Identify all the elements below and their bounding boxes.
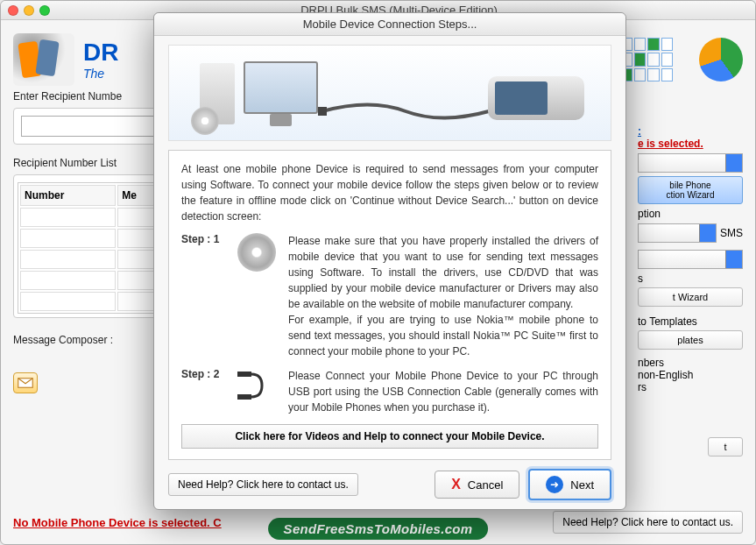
next-button[interactable]: ➜ Next [528, 469, 611, 500]
logo-phones-icon [13, 33, 74, 86]
zoom-window-icon[interactable] [39, 5, 50, 16]
recipient-table: NumberMe [18, 182, 166, 314]
right-panel: : e is selected. bile Phone ction Wizard… [638, 125, 743, 459]
step-1-example: For example, if you are trying to use No… [288, 314, 598, 357]
table-row[interactable] [20, 208, 164, 227]
step-2-label: Step : 2 [181, 368, 225, 415]
step-2-text: Please Connect your Mobile Phone Device … [288, 368, 598, 415]
option-select-2[interactable] [638, 250, 743, 269]
usb-connector-icon [236, 368, 278, 415]
logo-text: DR [83, 39, 118, 67]
cancel-button[interactable]: X Cancel [435, 471, 519, 499]
device-link[interactable]: : [638, 125, 641, 138]
envelope-icon [18, 377, 33, 389]
mobile-phone-icon [488, 76, 584, 120]
contact-us-button[interactable]: Need Help? Click here to contact us. [168, 473, 358, 496]
next-arrow-icon: ➜ [546, 476, 563, 493]
svg-rect-2 [237, 372, 251, 377]
instructions-panel: At least one mobile phone Device is requ… [168, 150, 611, 460]
cd-dvd-icon [237, 233, 276, 272]
table-row[interactable] [20, 271, 164, 290]
watermark: SendFreeSmsToMobiles.com [268, 518, 489, 540]
step-1: Step : 1 Please make sure that you have … [181, 233, 598, 359]
table-row[interactable] [20, 250, 164, 269]
recipient-list-label: Recipient Number List [13, 157, 171, 169]
usb-cable-icon [318, 94, 493, 129]
cd-icon [191, 107, 219, 135]
connection-wizard-button[interactable]: bile Phone ction Wizard [638, 176, 743, 204]
compose-button[interactable] [13, 372, 38, 393]
col-number[interactable]: Number [20, 185, 116, 206]
wizard-button[interactable]: t Wizard [638, 287, 743, 307]
device-selected-text: e is selected. [638, 138, 743, 150]
svg-rect-3 [237, 394, 251, 400]
step-2: Step : 2 Please Connect your Mobile Phon… [181, 368, 598, 415]
option-label: ption [638, 208, 743, 220]
composer-label: Message Composer : [13, 334, 171, 346]
video-help-button[interactable]: Click here for Videos and Help to connec… [181, 424, 598, 449]
next-label: Next [570, 478, 594, 492]
s-label: s [638, 272, 743, 285]
window-controls [8, 5, 50, 16]
sms-label: SMS [720, 227, 743, 239]
table-row[interactable] [20, 292, 164, 311]
templates-button[interactable]: plates [638, 330, 743, 350]
connection-steps-dialog: Mobile Device Connection Steps... At lea… [153, 12, 626, 510]
help-button-main[interactable]: Need Help? Click here to contact us. [553, 511, 743, 534]
numbers-label: nbers [638, 357, 743, 369]
recipient-number-label: Enter Recipient Numbe [13, 90, 171, 103]
intro-text: At least one mobile phone Device is requ… [181, 161, 598, 224]
status-text[interactable]: No Mobile Phone Device is selected. C [13, 516, 222, 529]
close-window-icon[interactable] [8, 5, 18, 16]
t-button[interactable]: t [708, 437, 743, 457]
dialog-footer: Need Help? Click here to contact us. X C… [168, 460, 611, 500]
table-row[interactable] [20, 229, 164, 248]
option-select-1[interactable] [638, 223, 717, 243]
recipient-number-input[interactable] [21, 116, 163, 137]
cancel-x-icon: X [451, 477, 461, 492]
header-chart-icon [620, 33, 743, 86]
rs-label: rs [638, 381, 743, 393]
dialog-title: Mobile Device Connection Steps... [154, 13, 625, 36]
minimize-window-icon[interactable] [24, 5, 34, 16]
non-english-label: non-English [638, 369, 743, 381]
to-templates-label: to Templates [638, 315, 743, 328]
step-1-text: Please make sure that you have properly … [288, 235, 598, 310]
step-1-label: Step : 1 [181, 233, 225, 359]
pie-chart-icon [699, 38, 743, 81]
monitor-icon [244, 61, 318, 114]
device-select[interactable] [638, 153, 743, 173]
cancel-label: Cancel [468, 478, 503, 492]
logo-subtitle: The [83, 67, 118, 81]
svg-rect-1 [318, 107, 327, 116]
connection-illustration [168, 45, 611, 141]
